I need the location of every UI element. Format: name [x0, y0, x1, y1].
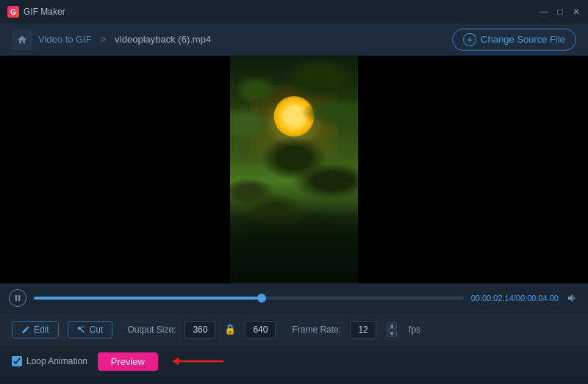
cut-icon [77, 325, 86, 334]
app-name: GIF Maker [24, 7, 65, 17]
width-input[interactable] [184, 321, 215, 338]
toolbar-left: Video to GIF > videoplayback (6).mp4 [12, 29, 211, 50]
video-preview-area [0, 56, 588, 283]
progress-bar[interactable] [34, 297, 464, 300]
breadcrumb-file: videoplayback (6).mp4 [115, 34, 211, 45]
cut-label: Cut [90, 325, 104, 335]
progress-thumb[interactable] [257, 294, 266, 303]
frame-rate-up-button[interactable]: ▲ [387, 322, 397, 329]
current-time: 00:00:02.14 [471, 294, 514, 303]
close-button[interactable]: ✕ [570, 6, 582, 18]
edit-label: Edit [34, 325, 49, 335]
edit-button[interactable]: Edit [12, 321, 59, 338]
pause-icon [14, 294, 21, 302]
save-bar: Save to: C:\Vidmore\Vidmore V... Convert… [0, 377, 588, 384]
height-input[interactable] [245, 321, 276, 338]
volume-button[interactable] [566, 291, 579, 305]
breadcrumb-page: Video to GIF [38, 34, 92, 45]
title-bar: G GIF Maker — □ ✕ [0, 0, 588, 23]
video-frame [230, 56, 358, 283]
svg-rect-1 [18, 295, 20, 301]
total-time: 00:00:04.00 [516, 294, 559, 303]
change-source-label: Change Source File [481, 34, 565, 45]
volume-icon [567, 292, 578, 304]
preview-button[interactable]: Preview [98, 352, 158, 371]
frame-rate-down-button[interactable]: ▼ [387, 330, 397, 337]
controls-bar: Edit Cut Output Size: 🔒 Frame Rate: ▲ ▼ … [0, 313, 588, 345]
output-size-label: Output Size: [127, 325, 176, 335]
change-source-button[interactable]: + Change Source File [452, 29, 576, 51]
frame-rate-input[interactable] [350, 321, 376, 338]
pause-button[interactable] [9, 289, 26, 307]
cut-button[interactable]: Cut [68, 321, 113, 338]
title-bar-left: G GIF Maker [7, 6, 65, 18]
preview-arrow-indicator [168, 352, 227, 370]
video-bottom-dark [230, 210, 358, 283]
frame-rate-spinners: ▲ ▼ [387, 322, 397, 337]
time-display: 00:00:02.14/00:00:04.00 [471, 294, 559, 303]
home-button[interactable] [12, 29, 32, 50]
playback-bar: 00:00:02.14/00:00:04.00 [0, 283, 588, 313]
maximize-button[interactable]: □ [554, 6, 566, 18]
loop-animation-wrap: Loop Animation [12, 356, 87, 366]
frame-rate-label: Frame Rate: [292, 325, 341, 335]
svg-rect-0 [15, 295, 18, 301]
loop-preview-bar: Loop Animation Preview [0, 345, 588, 377]
preview-arrow-svg [168, 352, 227, 370]
plus-circle-icon: + [463, 33, 476, 46]
progress-fill [34, 297, 262, 300]
app-icon: G [7, 6, 19, 18]
lock-icon[interactable]: 🔒 [224, 324, 236, 336]
home-icon [17, 35, 27, 45]
breadcrumb-separator: > [101, 34, 107, 45]
loop-animation-checkbox[interactable] [12, 356, 22, 366]
fps-label: fps [409, 325, 420, 335]
edit-icon [21, 325, 30, 334]
toolbar: Video to GIF > videoplayback (6).mp4 + C… [0, 23, 588, 56]
title-bar-controls: — □ ✕ [538, 6, 582, 18]
svg-marker-3 [172, 358, 179, 365]
minimize-button[interactable]: — [538, 6, 550, 18]
loop-animation-label[interactable]: Loop Animation [26, 356, 87, 366]
